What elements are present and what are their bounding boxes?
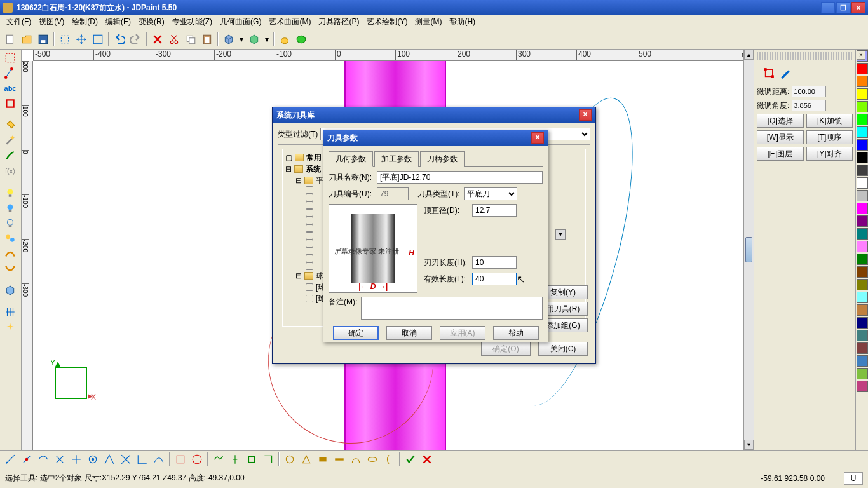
cut-icon[interactable] [166, 32, 182, 47]
trim-icon[interactable] [90, 32, 105, 47]
color-swatch[interactable] [857, 330, 868, 341]
fx-icon[interactable]: f(x) [1, 164, 19, 178]
scroll-down-icon[interactable]: ▼ [744, 440, 754, 450]
bottom-tool-icon[interactable] [102, 452, 117, 467]
bottom-tool-icon[interactable] [118, 452, 133, 467]
bottom-cancel-icon[interactable] [419, 452, 435, 467]
color-swatch[interactable] [857, 101, 868, 112]
menu-draw[interactable]: 绘制(D) [68, 15, 102, 29]
color-swatch[interactable] [857, 114, 868, 125]
menu-geom-surface[interactable]: 几何曲面(G) [216, 15, 265, 29]
layer-btn[interactable]: [E]图层 [757, 147, 804, 161]
scroll-up-icon[interactable]: ▲ [744, 50, 754, 60]
color-swatch[interactable] [857, 228, 868, 240]
bottom-tool-icon[interactable] [173, 452, 188, 467]
redo-icon[interactable] [128, 32, 144, 47]
bottom-check-icon[interactable] [403, 452, 418, 467]
save-file-icon[interactable] [36, 32, 51, 47]
dialog-title-bar[interactable]: 刀具参数 × [323, 130, 548, 146]
color-swatch[interactable] [857, 63, 868, 74]
menu-view[interactable]: 视图(V) [35, 15, 68, 29]
node-edit-icon[interactable] [1, 66, 19, 80]
color-swatch[interactable] [857, 203, 868, 214]
bottom-tool-icon[interactable] [85, 452, 100, 467]
close-button[interactable]: × [851, 2, 865, 13]
menu-measure[interactable]: 测量(M) [411, 15, 445, 29]
bottom-tool-icon[interactable] [3, 452, 18, 467]
brush-icon[interactable] [1, 149, 19, 163]
select-btn[interactable]: [Q]选择 [757, 114, 804, 128]
shape-box-icon[interactable] [1, 97, 19, 111]
color-swatch[interactable] [857, 279, 868, 290]
apply-button[interactable]: 应用(A) [440, 326, 485, 340]
color-swatch[interactable] [857, 165, 868, 176]
bottom-tool-icon[interactable] [261, 452, 276, 467]
color-swatch[interactable] [857, 355, 868, 367]
dock-handle[interactable] [757, 52, 853, 60]
render-icon[interactable] [247, 32, 262, 47]
u-indicator[interactable]: U [844, 472, 863, 485]
remark-textarea[interactable] [361, 297, 543, 320]
ok-button[interactable]: 确定 [333, 326, 379, 340]
angle-input[interactable] [792, 100, 826, 111]
vertical-scrollbar[interactable]: ▲ ▼ [743, 50, 754, 450]
bottom-tool-icon[interactable] [211, 452, 226, 467]
3d-cube-icon[interactable] [1, 283, 19, 297]
lock-btn[interactable]: [K]加锁 [806, 114, 853, 128]
tab-machining[interactable]: 加工参数 [374, 151, 419, 167]
panel-close-icon[interactable]: × [857, 51, 865, 60]
dialog-close-button[interactable]: × [579, 109, 592, 121]
bottom-tool-icon[interactable] [315, 452, 330, 467]
bottom-tool-icon[interactable] [282, 452, 297, 467]
3d-box-icon[interactable] [221, 32, 236, 47]
name-input[interactable] [377, 171, 543, 184]
bulb-yellow-icon[interactable] [1, 186, 19, 200]
transform-box-icon[interactable] [763, 67, 775, 81]
tree-scroll-down-icon[interactable]: ▼ [555, 229, 566, 240]
color-swatch[interactable] [857, 190, 868, 201]
color-swatch[interactable] [857, 76, 868, 87]
tab-holder[interactable]: 刀柄参数 [420, 151, 465, 167]
color-swatch[interactable] [857, 254, 868, 265]
move-icon[interactable] [74, 32, 89, 47]
menu-art-draw[interactable]: 艺术绘制(Y) [363, 15, 411, 29]
teapot-icon[interactable] [277, 32, 292, 47]
bottom-tool-icon[interactable] [151, 452, 166, 467]
color-swatch[interactable] [857, 266, 868, 278]
dialog-title-bar[interactable]: 系统刀具库 × [273, 107, 595, 123]
bottom-tool-icon[interactable] [69, 452, 84, 467]
color-swatch[interactable] [857, 241, 868, 252]
grid-icon[interactable] [1, 305, 19, 319]
bottom-tool-icon[interactable] [365, 452, 380, 467]
bottom-tool-icon[interactable] [332, 452, 347, 467]
color-swatch[interactable] [857, 292, 868, 303]
color-swatch[interactable] [857, 368, 868, 379]
delete-icon[interactable] [150, 32, 165, 47]
cancel-button[interactable]: 取消 [386, 326, 432, 340]
menu-file[interactable]: 文件(F) [3, 15, 35, 29]
dist-input[interactable] [792, 86, 826, 97]
tab-geometry[interactable]: 几何参数 [329, 151, 373, 167]
text-icon[interactable]: abc [1, 81, 19, 95]
color-swatch[interactable] [857, 126, 868, 138]
bottom-tool-icon[interactable] [381, 452, 397, 467]
paste-icon[interactable] [200, 32, 215, 47]
maximize-button[interactable]: ☐ [836, 2, 850, 13]
pen-tool-icon[interactable] [780, 67, 791, 81]
menu-toolpath[interactable]: 刀具路径(P) [315, 15, 363, 29]
bulb-blue-icon[interactable] [1, 201, 19, 215]
color-swatch[interactable] [857, 215, 868, 227]
bottom-tool-icon[interactable] [299, 452, 314, 467]
bottom-tool-icon[interactable] [36, 452, 51, 467]
menu-art-surface[interactable]: 艺术曲面(M) [265, 15, 315, 29]
path2-icon[interactable] [1, 262, 19, 276]
undo-icon[interactable] [112, 32, 127, 47]
minimize-button[interactable]: _ [821, 2, 835, 13]
help-button[interactable]: 帮助 [493, 326, 539, 340]
new-file-icon[interactable] [3, 32, 18, 47]
color-swatch[interactable] [857, 317, 868, 329]
bottom-tool-icon[interactable] [348, 452, 363, 467]
color-swatch[interactable] [857, 304, 868, 316]
bottom-tool-icon[interactable] [189, 452, 205, 467]
copy-icon[interactable] [183, 32, 198, 47]
